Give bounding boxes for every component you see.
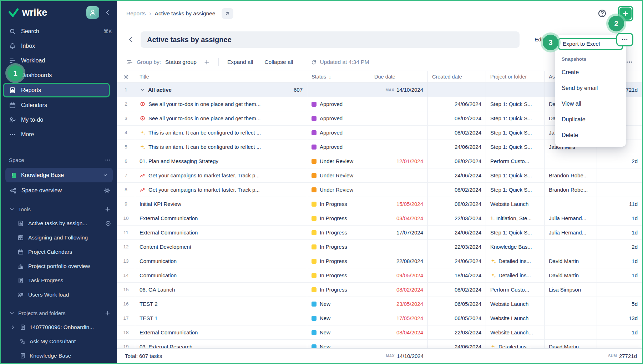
group-by-value[interactable]: Status group (165, 59, 197, 65)
sidebar-tool-assigning-and-following[interactable]: Assigning and Following (1, 231, 117, 245)
pin-icon (224, 10, 231, 16)
project-cell: Step 1: Quick S... (486, 126, 545, 140)
table-row[interactable]: 17TEST 1New17/05/202406/05/2024Website L… (117, 311, 642, 325)
space-selector[interactable]: Knowledge Base (5, 168, 113, 182)
table-row[interactable]: 7Get your campaigns to market faster. Tr… (117, 168, 642, 183)
menu-item-export-to-excel[interactable]: Export to Excel (558, 38, 623, 50)
project-cell: Website Launch (486, 197, 545, 211)
sidebar-item-label: Calendars (21, 102, 112, 108)
sidebar-item-my-to-do[interactable]: My to-do (1, 112, 117, 127)
sidebar-tool-project-calendars[interactable]: Project Calendars (1, 245, 117, 259)
tools-section-header[interactable]: Tools (1, 202, 117, 216)
logo-text: wrike (22, 7, 47, 18)
created-date-cell: 18/04/2024 (428, 268, 486, 282)
table-row[interactable]: 18External CommunicationNew08/04/202422/… (117, 325, 642, 340)
portfolio-icon (17, 263, 24, 269)
created-date-cell: 06/05/2024 (428, 311, 486, 325)
project-cell: Perform Custo... (486, 154, 545, 168)
sidebar-tool-active-tasks-by-assign[interactable]: Active tasks by assign... (1, 216, 117, 231)
assignee-cell: Brandon Robe... (545, 183, 597, 197)
column-due-date[interactable]: Due date (370, 71, 428, 82)
report-title-input[interactable]: Active tasks by assignee (141, 31, 520, 48)
sidebar-item-calendars[interactable]: Calendars (1, 98, 117, 112)
plus-icon (622, 10, 629, 17)
duration-cell: 5d (597, 297, 642, 311)
sidebar-project-knowledge-base[interactable]: Knowledge Base (1, 349, 117, 363)
sidebar-item-more[interactable]: More (1, 127, 117, 142)
add-project-icon[interactable] (105, 310, 111, 316)
table-row[interactable]: 1506. GA LaunchIn Progress08/02/202408/0… (117, 283, 642, 297)
back-icon[interactable] (126, 35, 135, 44)
task-title: This is an item. It can be configured to… (135, 126, 307, 140)
column-settings-button[interactable] (117, 71, 135, 82)
add-tool-icon[interactable] (105, 206, 111, 212)
report-more-button[interactable] (618, 35, 632, 45)
sidebar-project-ask-my-consultant[interactable]: Ask My Consultant (1, 334, 117, 349)
project-label: 1407708096: Onboardin... (30, 324, 94, 330)
chevron-down-icon (9, 310, 15, 316)
chart-up-icon (140, 187, 146, 193)
pin-button[interactable] (222, 8, 233, 19)
table-row[interactable]: 10External CommunicationIn Progress03/04… (117, 211, 642, 226)
sidebar-item-inbox[interactable]: Inbox (1, 39, 117, 53)
collapse-sidebar-icon[interactable] (103, 9, 111, 16)
breadcrumb-reports[interactable]: Reports (126, 10, 146, 17)
table-row[interactable]: 601. Plan and Messaging StrategyUnder Re… (117, 154, 642, 168)
collapse-all-button[interactable]: Collapse all (264, 59, 293, 65)
table-row[interactable]: 11External CommunicationIn Progress17/07… (117, 226, 642, 240)
sidebar-project-1407708096-onboardin[interactable]: 1407708096: Onboardin... (1, 320, 117, 334)
user-avatar[interactable] (86, 6, 99, 19)
menu-item-delete[interactable]: Delete (555, 127, 626, 143)
table-row[interactable]: 16TEST 2New23/05/202406/05/2024Website L… (117, 297, 642, 311)
table-row[interactable]: 12Content DevelopmentIn Progress22/03/20… (117, 240, 642, 254)
menu-item-duplicate[interactable]: Duplicate (555, 112, 626, 127)
duration-cell: 13d (597, 311, 642, 325)
row-number: 3 (117, 111, 135, 125)
column-created-date[interactable]: Created date (428, 71, 486, 82)
status-cell: In Progress (307, 283, 370, 297)
toolbar-more-icon[interactable] (626, 58, 633, 66)
table-row[interactable]: 14CommunicationIn Progress09/05/202418/0… (117, 268, 642, 283)
status-cell: Under Review (307, 154, 370, 168)
status-swatch (312, 259, 317, 264)
status-cell: New (307, 311, 370, 325)
menu-item-create[interactable]: Create (555, 65, 626, 80)
project-cell: Website Launch... (486, 325, 545, 339)
add-grouping-icon[interactable] (204, 59, 210, 65)
status-cell: Approved (307, 140, 370, 154)
column-project[interactable]: Project or folder (486, 71, 545, 82)
wrike-logo[interactable]: wrike (8, 7, 83, 18)
sidebar-item-reports[interactable]: Reports (3, 83, 110, 97)
sidebar-tool-users-work-load[interactable]: Users Work load (1, 288, 117, 302)
sidebar: wrike Search⌘KInboxWorkloadDashboardsRep… (1, 1, 117, 363)
column-title[interactable]: Title (135, 71, 307, 82)
assignee-cell: David Martin (545, 268, 597, 282)
menu-item-view-all[interactable]: View all (555, 96, 626, 112)
duration-cell: 1d (597, 268, 642, 282)
table-row[interactable]: 9Initial KPI ReviewIn Progress15/05/2024… (117, 197, 642, 211)
space-name: Knowledge Base (21, 172, 64, 178)
table-row[interactable]: 8Get your campaigns to market faster. Tr… (117, 183, 642, 197)
status-swatch (312, 116, 317, 121)
menu-item-send-by-email[interactable]: Send by email (555, 80, 626, 96)
status-swatch (312, 316, 317, 321)
space-more-icon[interactable] (105, 157, 111, 163)
sparkle-icon (490, 272, 496, 278)
project-cell: Detailed ins... (486, 268, 545, 282)
duration-cell: 2d (597, 154, 642, 168)
sidebar-tool-project-portfolio-overview[interactable]: Project portfolio overview (1, 259, 117, 273)
column-status[interactable]: Status↓ (307, 71, 370, 82)
gear-icon[interactable] (103, 187, 111, 194)
help-icon[interactable] (597, 9, 607, 18)
table-row[interactable]: 13CommunicationIn Progress22/08/202424/0… (117, 254, 642, 268)
projects-section-header[interactable]: Projects and folders (1, 306, 117, 320)
sidebar-item-space-overview[interactable]: Space overview (1, 183, 117, 198)
created-date-cell: 22/03/2024 (428, 240, 486, 254)
refresh-icon[interactable] (311, 59, 317, 65)
project-cell: Step 1: Quick S... (486, 140, 545, 154)
due-date-cell: 15/05/2024 (370, 197, 428, 211)
sidebar-tool-task-progress[interactable]: Task Progress (1, 273, 117, 288)
sidebar-item-search[interactable]: Search⌘K (1, 24, 117, 39)
expand-all-button[interactable]: Expand all (227, 59, 253, 65)
task-title: See all your to-dos in one place and get… (135, 111, 307, 125)
